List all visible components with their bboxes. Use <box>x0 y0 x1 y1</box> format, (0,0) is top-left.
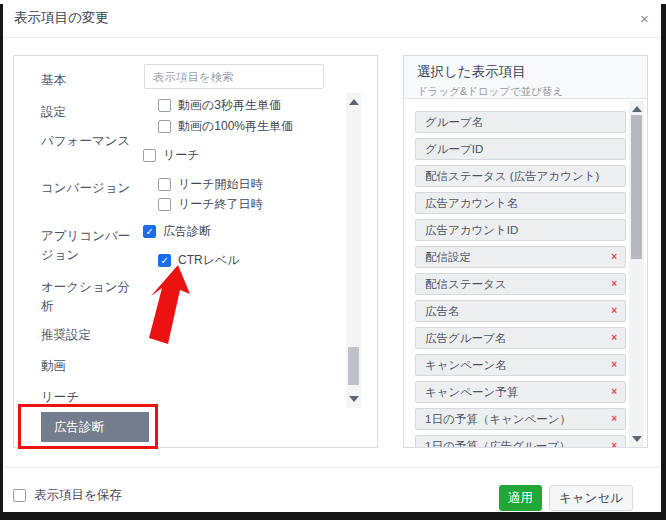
sidebar-item-9[interactable]: リーチ <box>41 388 137 407</box>
scroll-up-icon[interactable] <box>349 99 359 105</box>
selected-item-label: 1日の予算（キャンペーン） <box>425 413 571 425</box>
sidebar-item-4[interactable]: コンバージョン <box>41 179 137 198</box>
selected-item[interactable]: グループ名 <box>415 111 626 133</box>
cancel-button[interactable]: キャンセル <box>549 485 633 511</box>
checkbox-icon[interactable] <box>13 489 26 502</box>
selected-items-header: 選択した表示項目 ドラッグ&ドロップで並び替え <box>404 56 647 99</box>
sidebar-item-3[interactable]: パフォーマンス <box>41 132 137 151</box>
remove-icon[interactable]: × <box>611 328 617 348</box>
checkbox-icon[interactable] <box>143 149 156 162</box>
sidebar-item-1[interactable]: 基本 <box>41 71 137 90</box>
selected-items-list: グループ名グループID配信ステータス (広告アカウント)広告アカウント名広告アカ… <box>404 100 647 447</box>
sidebar-item-10[interactable]: 広告診断 <box>41 412 149 442</box>
save-columns-checkbox[interactable]: 表示項目を保存 <box>13 487 122 504</box>
selected-item[interactable]: 広告グループ名× <box>415 327 626 349</box>
checkbox-icon[interactable] <box>158 254 171 267</box>
selected-item-label: 配信ステータス <box>425 278 507 290</box>
checkbox-label: 動画の100%再生単価 <box>178 118 293 135</box>
checkbox-row-4[interactable]: リーチ開始日時 <box>158 176 263 193</box>
middle-scrollbar-thumb[interactable] <box>348 347 359 385</box>
remove-icon[interactable]: × <box>611 382 617 402</box>
selected-items-subtitle: ドラッグ&ドロップで並び替え <box>417 85 647 99</box>
sidebar-item-7[interactable]: 推奨設定 <box>41 326 137 345</box>
selected-item-label: 配信ステータス (広告アカウント) <box>425 170 599 182</box>
right-scrollbar[interactable] <box>629 101 644 447</box>
selected-item[interactable]: グループID <box>415 138 626 160</box>
window-frame-right <box>661 4 666 520</box>
selected-item[interactable]: 配信ステータス (広告アカウント) <box>415 165 626 187</box>
selected-item[interactable]: 配信設定× <box>415 246 626 268</box>
checkbox-row-5[interactable]: リーチ終了日時 <box>158 196 263 213</box>
checkbox-row-6[interactable]: 広告診断 <box>143 223 211 240</box>
selected-item-label: 広告グループ名 <box>425 332 506 344</box>
checkbox-row-7[interactable]: CTRレベル <box>158 252 240 269</box>
selected-item-label: グループID <box>425 143 483 155</box>
remove-icon[interactable]: × <box>611 355 617 375</box>
sidebar-item-5[interactable]: アプリコンバージョン <box>41 227 137 265</box>
footer-divider <box>0 467 666 468</box>
search-input[interactable] <box>144 64 324 89</box>
selected-item-label: 1日の予算（広告グループ） <box>425 440 570 447</box>
selected-item[interactable]: 1日の予算（広告グループ）× <box>415 435 626 447</box>
header-divider <box>0 37 666 38</box>
checkbox-label: 動画の3秒再生単価 <box>178 97 281 114</box>
checkbox-icon[interactable] <box>158 178 171 191</box>
checkbox-label: リーチ終了日時 <box>178 196 263 213</box>
checkbox-label: 広告診断 <box>163 223 211 240</box>
middle-scrollbar[interactable] <box>346 93 361 408</box>
checkbox-label: リーチ開始日時 <box>178 176 263 193</box>
remove-icon[interactable]: × <box>611 247 617 267</box>
selected-item[interactable]: 広告アカウント名 <box>415 192 626 214</box>
selected-item[interactable]: 配信ステータス× <box>415 273 626 295</box>
selected-item[interactable]: キャンペーン名× <box>415 354 626 376</box>
selected-items-panel: 選択した表示項目 ドラッグ&ドロップで並び替え グループ名グループID配信ステー… <box>403 55 648 448</box>
scroll-down-icon[interactable] <box>349 396 359 402</box>
selected-item-label: 広告アカウント名 <box>425 197 518 209</box>
remove-icon[interactable]: × <box>611 274 617 294</box>
selected-item-label: 配信設定 <box>425 251 471 263</box>
checkbox-label: リーチ <box>163 147 200 164</box>
checkbox-icon[interactable] <box>158 120 171 133</box>
sidebar-item-8[interactable]: 動画 <box>41 357 137 376</box>
selected-item[interactable]: 1日の予算（キャンペーン）× <box>415 408 626 430</box>
remove-icon[interactable]: × <box>611 301 617 321</box>
remove-icon[interactable]: × <box>611 409 617 429</box>
save-columns-label: 表示項目を保存 <box>34 487 122 504</box>
checkbox-icon[interactable] <box>158 99 171 112</box>
selected-items-title: 選択した表示項目 <box>417 63 647 81</box>
checkbox-icon[interactable] <box>158 198 171 211</box>
checkbox-row-1[interactable]: 動画の3秒再生単価 <box>158 97 281 114</box>
selected-item-label: グループ名 <box>425 116 483 128</box>
remove-icon[interactable]: × <box>611 436 617 447</box>
scroll-up-icon[interactable] <box>632 106 642 112</box>
selected-item[interactable]: 広告アカウントID <box>415 219 626 241</box>
selected-item-label: 広告アカウントID <box>425 224 518 236</box>
selected-item-label: キャンペーン名 <box>425 359 507 371</box>
checkbox-icon[interactable] <box>143 225 156 238</box>
window-frame-bottom <box>0 512 666 520</box>
checkbox-row-2[interactable]: 動画の100%再生単価 <box>158 118 293 135</box>
dialog-title: 表示項目の変更 <box>14 9 109 27</box>
apply-button[interactable]: 適用 <box>499 485 542 511</box>
selected-item-label: 広告名 <box>425 305 460 317</box>
sidebar-item-2[interactable]: 設定 <box>41 103 137 122</box>
checkbox-label: CTRレベル <box>178 252 240 269</box>
selected-item[interactable]: 広告名× <box>415 300 626 322</box>
window-frame-left <box>0 4 3 520</box>
selected-item-label: キャンペーン予算 <box>425 386 518 398</box>
sidebar-item-6[interactable]: オークション分析 <box>41 278 137 316</box>
scroll-down-icon[interactable] <box>632 436 642 442</box>
selected-item[interactable]: キャンペーン予算× <box>415 381 626 403</box>
close-icon[interactable]: × <box>640 11 649 27</box>
checkbox-row-3[interactable]: リーチ <box>143 147 200 164</box>
right-scrollbar-thumb[interactable] <box>631 115 642 259</box>
